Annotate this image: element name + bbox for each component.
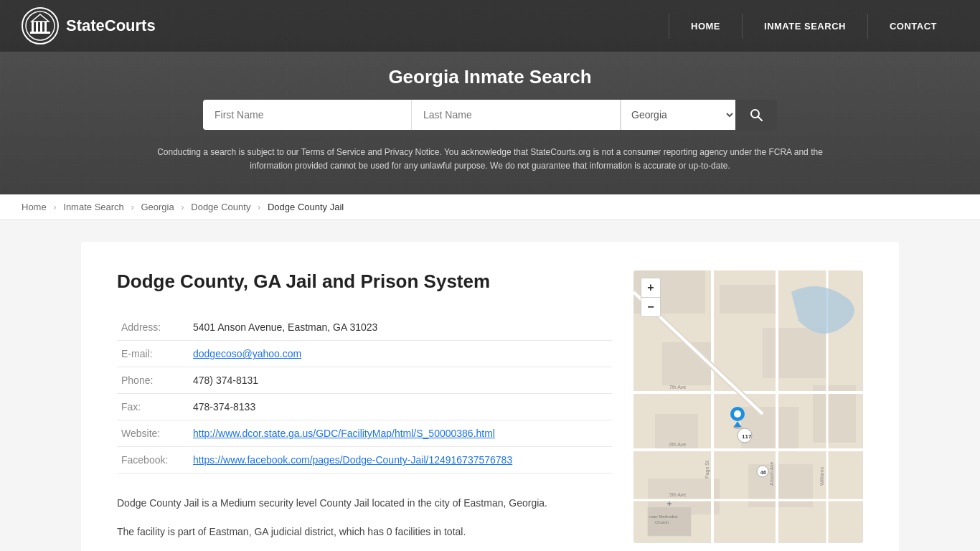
logo-area: StateCourts [22,7,669,44]
svg-rect-5 [44,22,47,32]
svg-rect-4 [40,22,42,32]
address-value: 5401 Anson Avenue, Eastman, GA 31023 [189,314,612,341]
map-zoom-controls: + − [641,278,661,317]
svg-text:Page St: Page St [705,461,710,479]
svg-text:5th Ave: 5th Ave [669,492,686,497]
search-bar: Select State Alabama Alaska Georgia Flor… [203,100,777,130]
email-label: E-mail: [117,341,189,367]
phone-row: Phone: 478) 374-8131 [117,367,612,394]
website-row: Website: http://www.dcor.state.ga.us/GDC… [117,420,612,447]
privacy-link[interactable]: Privacy Notice [385,147,440,157]
svg-text:Anson Ave: Anson Ave [769,462,774,486]
svg-rect-2 [32,22,34,32]
svg-rect-14 [763,328,827,378]
nav-contact[interactable]: CONTACT [867,14,958,39]
map-section: 7th Ave 6th Ave 5th Ave 4th Ave Page St … [633,270,863,551]
nav-home[interactable]: HOME [669,14,742,39]
svg-text:Williams: Williams [819,467,824,486]
fax-row: Fax: 478-374-8133 [117,394,612,420]
breadcrumb-sep-2: › [131,202,133,212]
svg-line-9 [758,117,763,121]
nav-inmate-search[interactable]: INMATE SEARCH [742,14,867,39]
search-button[interactable] [735,100,777,130]
phone-label: Phone: [117,367,189,394]
svg-text:46: 46 [760,470,766,475]
facebook-link[interactable]: https://www.facebook.com/pages/Dodge-Cou… [193,454,512,466]
website-link[interactable]: http://www.dcor.state.ga.us/GDC/Facility… [193,428,495,439]
email-value: dodgecoso@yahoo.com [189,341,612,367]
svg-rect-16 [741,407,798,450]
map-zoom-out[interactable]: − [641,298,660,316]
svg-rect-12 [720,285,777,314]
svg-rect-36 [648,507,691,536]
svg-text:man Methodist: man Methodist [649,514,678,519]
website-label: Website: [117,420,189,447]
logo-icon [22,7,59,44]
breadcrumb-sep-3: › [181,202,184,212]
fax-value: 478-374-8133 [189,394,612,420]
facebook-row: Facebook: https://www.facebook.com/pages… [117,447,612,474]
state-select[interactable]: Select State Alabama Alaska Georgia Flor… [621,100,735,130]
svg-marker-6 [32,14,49,22]
breadcrumb-inmate-search[interactable]: Inmate Search [63,202,124,212]
svg-rect-13 [662,342,712,385]
map-svg: 7th Ave 6th Ave 5th Ave 4th Ave Page St … [633,270,863,543]
svg-rect-7 [30,32,50,34]
breadcrumb-dodge-county[interactable]: Dodge County [191,202,250,212]
header: StateCourts HOME INMATE SEARCH CONTACT G… [0,0,980,194]
nav-links: HOME INMATE SEARCH CONTACT [669,14,958,39]
svg-text:7th Ave: 7th Ave [669,385,686,390]
disclaimer-text: Conducting a search is subject to our Te… [131,140,849,187]
svg-text:6th Ave: 6th Ave [669,442,686,447]
info-table: Address: 5401 Anson Avenue, Eastman, GA … [117,314,612,474]
map-container: 7th Ave 6th Ave 5th Ave 4th Ave Page St … [633,270,863,543]
main-content: Dodge County, GA Jail and Prison System … [67,220,913,551]
breadcrumb-sep-1: › [53,202,56,212]
breadcrumb-sep-4: › [258,202,260,212]
hero-section: Georgia Inmate Search Select State Alaba… [0,52,980,194]
breadcrumb: Home › Inmate Search › Georgia › Dodge C… [0,194,980,220]
breadcrumb-home[interactable]: Home [22,202,47,212]
map-zoom-in[interactable]: + [641,278,660,297]
website-value: http://www.dcor.state.ga.us/GDC/Facility… [189,420,612,447]
facebook-value: https://www.facebook.com/pages/Dodge-Cou… [189,447,612,474]
info-section: Dodge County, GA Jail and Prison System … [117,270,612,551]
terms-link[interactable]: Terms of Service [301,147,365,157]
svg-point-47 [734,410,741,418]
email-row: E-mail: dodgecoso@yahoo.com [117,341,612,367]
first-name-input[interactable] [203,100,412,130]
breadcrumb-current: Dodge County Jail [268,202,344,212]
svg-text:Church: Church [655,520,669,524]
hero-title: Georgia Inmate Search [22,66,958,88]
content-card: Dodge County, GA Jail and Prison System … [81,242,899,551]
page-title: Dodge County, GA Jail and Prison System [117,270,612,293]
address-label: Address: [117,314,189,341]
address-row: Address: 5401 Anson Avenue, Eastman, GA … [117,314,612,341]
top-nav: StateCourts HOME INMATE SEARCH CONTACT [0,0,980,52]
facebook-label: Facebook: [117,447,189,474]
fax-label: Fax: [117,394,189,420]
phone-value: 478) 374-8131 [189,367,612,394]
last-name-input[interactable] [412,100,621,130]
svg-text:117: 117 [742,433,752,440]
search-icon [750,108,763,121]
svg-rect-3 [36,22,38,32]
logo-text: StateCourts [66,17,156,35]
description-2: The facility is part of Eastman, GA judi… [117,524,612,541]
breadcrumb-georgia[interactable]: Georgia [141,202,174,212]
email-link[interactable]: dodgecoso@yahoo.com [193,348,301,359]
description-1: Dodge County Jail is a Medium security l… [117,495,612,512]
